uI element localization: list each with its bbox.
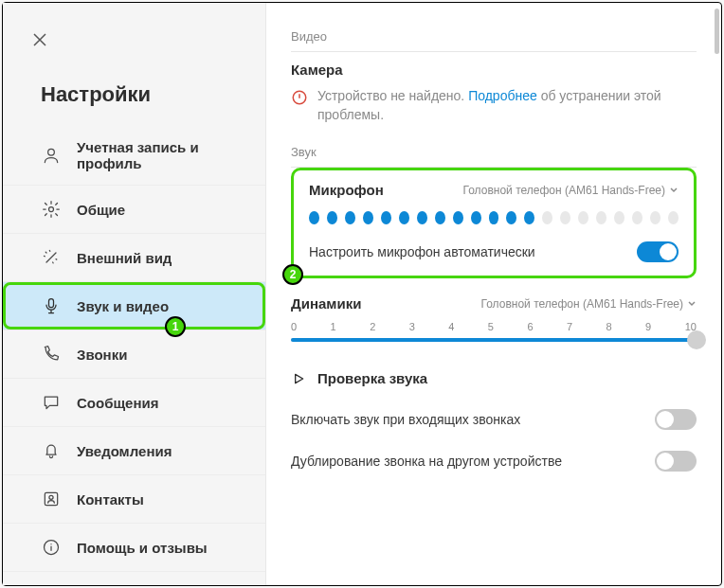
chevron-down-icon <box>669 186 679 195</box>
sidebar-item-calls[interactable]: Звонки <box>3 330 265 379</box>
sidebar-item-contacts[interactable]: Контакты <box>3 475 265 524</box>
sidebar-item-label: Уведомления <box>77 443 172 459</box>
slider-tick: 8 <box>606 321 612 332</box>
gear-icon <box>41 199 62 220</box>
duplicate-ring-toggle[interactable] <box>655 451 697 472</box>
sidebar-item-appearance[interactable]: Внешний вид <box>3 234 265 282</box>
sidebar-item-account[interactable]: Учетная запись и профиль <box>3 126 265 186</box>
slider-tick: 9 <box>645 321 651 332</box>
wand-icon <box>41 247 62 268</box>
settings-content: Видео Камера Устройство не найдено. Подр… <box>266 3 721 585</box>
contacts-icon <box>41 489 62 509</box>
auto-adjust-toggle[interactable] <box>637 241 679 262</box>
level-dot <box>668 211 679 224</box>
microphone-title: Микрофон <box>309 182 384 198</box>
video-section-label: Видео <box>291 29 697 44</box>
audio-section-label: Звук <box>291 145 697 159</box>
level-dot <box>524 211 534 224</box>
chat-icon <box>41 392 62 413</box>
level-dot <box>327 211 337 224</box>
level-dot <box>453 211 463 224</box>
info-icon <box>41 537 62 558</box>
close-icon <box>32 32 47 47</box>
sidebar-item-help[interactable]: Помощь и отзывы <box>3 524 265 572</box>
level-dot <box>345 211 355 224</box>
svg-point-0 <box>48 149 55 155</box>
microphone-device-select[interactable]: Головной телефон (AM61 Hands-Free) <box>463 184 679 197</box>
sidebar-item-label: Контакты <box>77 491 144 508</box>
level-dot <box>417 211 427 224</box>
level-dot <box>578 211 588 224</box>
auto-adjust-label: Настроить микрофон автоматически <box>309 244 535 259</box>
speakers-title: Динамики <box>291 295 361 312</box>
speakers-volume-slider[interactable]: 012345678910 <box>291 321 697 342</box>
sidebar-item-label: Помощь и отзывы <box>77 540 208 556</box>
level-dot <box>381 211 391 224</box>
incoming-sound-label: Включать звук при входящих звонках <box>291 412 520 427</box>
slider-tick: 1 <box>331 321 336 332</box>
slider-ticks: 012345678910 <box>291 321 697 332</box>
sidebar-nav: Учетная запись и профиль Общие Внешний в… <box>3 126 265 572</box>
svg-point-4 <box>49 495 53 499</box>
camera-title: Камера <box>291 62 697 78</box>
incoming-sound-toggle[interactable] <box>655 409 697 430</box>
bell-icon <box>41 440 62 461</box>
slider-tick: 4 <box>448 321 454 332</box>
slider-tick: 5 <box>488 321 494 332</box>
chevron-down-icon <box>687 299 697 309</box>
sidebar-item-notifications[interactable]: Уведомления <box>3 427 265 475</box>
svg-rect-2 <box>49 299 54 308</box>
level-dot <box>650 211 661 224</box>
speakers-device-select[interactable]: Головной телефон (AM61 Hands-Free) <box>481 297 697 311</box>
settings-title: Настройки <box>41 82 265 107</box>
close-button[interactable] <box>24 24 56 56</box>
microphone-icon <box>41 295 62 316</box>
sidebar-item-label: Звонки <box>77 347 127 363</box>
settings-window: Настройки Учетная запись и профиль Общие… <box>2 2 722 586</box>
person-icon <box>41 145 62 166</box>
sidebar-item-label: Сообщения <box>77 395 158 411</box>
slider-thumb[interactable] <box>687 330 706 349</box>
level-dot <box>542 211 552 224</box>
sidebar-item-audio-video[interactable]: Звук и видео 1 <box>3 282 265 330</box>
slider-tick: 3 <box>409 321 415 332</box>
scrollbar-thumb[interactable] <box>715 9 719 54</box>
microphone-block: 2 Микрофон Головной телефон (AM61 Hands-… <box>291 168 697 278</box>
level-dot <box>560 211 570 224</box>
slider-tick: 6 <box>527 321 533 332</box>
slider-tick: 2 <box>370 321 375 332</box>
duplicate-ring-label: Дублирование звонка на другом устройстве <box>291 454 562 469</box>
level-dot <box>596 211 606 224</box>
slider-tick: 0 <box>291 321 297 332</box>
level-dot <box>363 211 373 224</box>
callout-badge-2: 2 <box>282 264 303 285</box>
slider-track <box>291 338 697 342</box>
sidebar-item-label: Учетная запись и профиль <box>77 139 265 171</box>
sidebar-item-messages[interactable]: Сообщения <box>3 379 265 427</box>
sidebar-item-label: Внешний вид <box>77 250 172 266</box>
sidebar-item-label: Звук и видео <box>77 298 169 314</box>
warning-icon <box>291 89 308 112</box>
level-dot <box>632 211 643 224</box>
level-dot <box>399 211 409 224</box>
phone-icon <box>41 344 62 365</box>
camera-warning-text: Устройство не найдено. Подробнее об устр… <box>317 87 697 124</box>
level-dot <box>471 211 481 224</box>
learn-more-link[interactable]: Подробнее <box>468 88 537 103</box>
level-dot <box>614 211 624 224</box>
level-dot <box>435 211 445 224</box>
slider-fill <box>291 338 697 342</box>
sidebar: Настройки Учетная запись и профиль Общие… <box>3 3 266 585</box>
slider-tick: 7 <box>567 321 572 332</box>
play-icon <box>291 371 306 386</box>
microphone-level-meter <box>309 211 679 224</box>
test-audio-button[interactable]: Проверка звука <box>291 370 697 386</box>
sidebar-item-label: Общие <box>77 202 125 218</box>
sidebar-item-general[interactable]: Общие <box>3 186 265 234</box>
level-dot <box>309 211 319 224</box>
level-dot <box>506 211 516 224</box>
svg-point-1 <box>49 207 54 212</box>
camera-warning: Устройство не найдено. Подробнее об устр… <box>291 87 697 124</box>
level-dot <box>489 211 499 224</box>
